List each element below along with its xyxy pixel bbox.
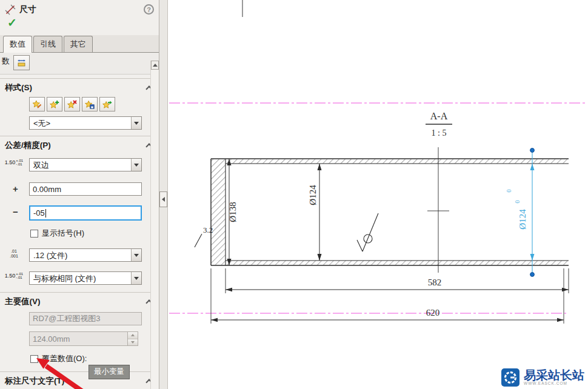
delete-style-button[interactable] [64,97,80,111]
section-dimension-text-title: 标注尺寸文字(T) [5,376,64,387]
svg-text:A-A: A-A [430,111,448,121]
chevron-down-icon[interactable] [131,159,141,171]
panel-header: 尺寸 ? [0,0,159,16]
dimension-value-row [29,331,142,346]
star-plus-icon [50,99,59,109]
spinner-up-icon[interactable] [128,332,138,339]
tolerance-precision-value: 与标称相同 (文件) [30,272,131,284]
dimension-name-field [29,312,142,325]
section-primary-value: 主要值(V) 覆盖数值(O): [0,292,159,371]
help-icon[interactable]: ? [144,4,154,15]
style-dropdown-value: <无> [30,117,131,129]
watermark-subtitle: WWW.EASCK.COM [524,382,584,386]
unit-precision-row: .01 .001 .12 (文件) [29,248,142,262]
dim-dia124[interactable]: Ø124 [308,164,322,261]
tube-geometry [211,159,569,265]
dim-dia138[interactable]: Ø138 [227,159,238,265]
svg-text:Ø124: Ø124 [308,185,318,205]
svg-text:582: 582 [428,278,442,287]
panel-scrollbar[interactable] [150,61,159,389]
panel-title: 尺寸 [19,4,36,15]
tab-leaders[interactable]: 引线 [33,36,62,52]
star-pencil-icon [32,99,42,109]
section-tolerance-header[interactable]: 公差/精度(P) [0,136,159,153]
override-value-label: 覆盖数值(O): [42,353,87,364]
spinner-down-icon[interactable] [128,339,138,346]
star-disk-icon [85,99,95,109]
plus-label: + [13,184,18,194]
section-dimension-text-header[interactable]: 标注尺寸文字(T) [0,372,159,389]
watermark-logo-icon [501,368,520,387]
dim-dia124-selected[interactable]: Ø124 0 0 [506,148,535,277]
watermark: 易采站长站 WWW.EASCK.COM [499,367,587,388]
star-x-icon [67,99,77,109]
dim-582[interactable]: 582 [226,268,569,293]
palette-icon [17,58,26,67]
min-variation-input[interactable]: -05 [29,205,142,221]
unit-precision-dropdown[interactable]: .12 (文件) [29,248,142,262]
dimension-name-row [29,312,142,325]
svg-text:0: 0 [514,201,521,204]
section-dimension-text: 标注尺寸文字(T) [0,371,159,389]
tolerance-precision-dropdown[interactable]: 与标称相同 (文件) [29,271,142,285]
section-tolerance: 公差/精度(P) 1.50 +.01 -.01 双边 + [0,136,159,292]
dimension-grip[interactable] [530,273,535,277]
show-parentheses-checkbox[interactable] [30,230,38,238]
text-caret [45,209,46,218]
svg-text:3.2: 3.2 [203,225,213,234]
star-arrow-icon [102,99,112,109]
unit-precision-value: .12 (文件) [30,249,131,261]
add-style-button[interactable] [47,97,62,111]
scroll-up-button[interactable] [151,61,159,70]
override-value-checkbox[interactable] [30,355,38,363]
chevron-down-icon[interactable] [131,117,141,129]
style-dropdown[interactable]: <无> [29,116,142,130]
dimension-tool-icon [5,4,16,15]
dimension-palette-button[interactable] [13,55,30,70]
tab-value[interactable]: 数值 [3,36,32,53]
tolerance-precision-row: 1.50 +.01 -.01 与标称相同 (文件) [29,271,142,285]
collapse-left-icon [162,197,165,202]
section-hatching [211,159,569,265]
show-parentheses-label: 显示括号(H) [42,228,84,239]
section-style: 样式(S) [0,78,159,136]
svg-text:Ø138: Ø138 [228,202,238,222]
splitter-collapse-handle[interactable] [159,191,167,207]
apply-default-style-button[interactable] [29,97,45,111]
tab-other[interactable]: 其它 [64,36,93,52]
tolerance-type-dropdown[interactable]: 双边 [29,158,142,171]
panel-splitter[interactable] [159,0,168,389]
drawing-area: A-A 1 : 5 [168,0,588,389]
unit-precision-icon: .01 .001 [1,249,27,259]
section-primary-header[interactable]: 主要值(V) [0,293,159,310]
dimension-grip[interactable] [530,148,535,153]
chevron-down-icon[interactable] [131,249,141,261]
dim-620[interactable]: 620 [211,268,564,324]
watermark-title: 易采站长站 [524,369,584,382]
surface-finish-symbol[interactable] [357,213,378,251]
tolerance-type-value: 双边 [30,159,131,171]
chevron-down-icon[interactable] [131,272,141,284]
tolerance-precision-icon: 1.50 +.01 -.01 [1,272,27,279]
tolerance-type-icon: 1.50 +.01 -.01 [1,159,27,166]
svg-text:Ø124: Ø124 [518,209,527,230]
section-style-title: 样式(S) [5,82,32,93]
section-style-header[interactable]: 样式(S) [0,79,159,96]
side-tab-label: 数 [2,56,10,67]
ok-check-icon[interactable]: ✓ [7,16,17,29]
dimension-property-panel: 尺寸 ? ✓ 数值 引线 其它 数 样式(S) [0,0,159,389]
min-variation-tooltip: 最小变量 [89,365,130,379]
section-view-label[interactable]: A-A 1 : 5 [426,111,452,138]
max-variation-input[interactable] [29,182,142,196]
style-favorites-toolbar [29,97,159,111]
min-variation-row: − -05 [29,205,142,221]
value-spinner[interactable] [128,331,138,346]
save-style-button[interactable] [82,97,98,111]
load-style-button[interactable] [99,97,115,111]
tolerance-type-row: 1.50 +.01 -.01 双边 [29,158,142,171]
section-primary-title: 主要值(V) [5,296,41,307]
max-variation-row: + [29,182,142,196]
minus-label: − [13,207,18,217]
roughness-label[interactable]: 3.2 [195,225,213,247]
confirm-row: ✓ [0,16,159,30]
